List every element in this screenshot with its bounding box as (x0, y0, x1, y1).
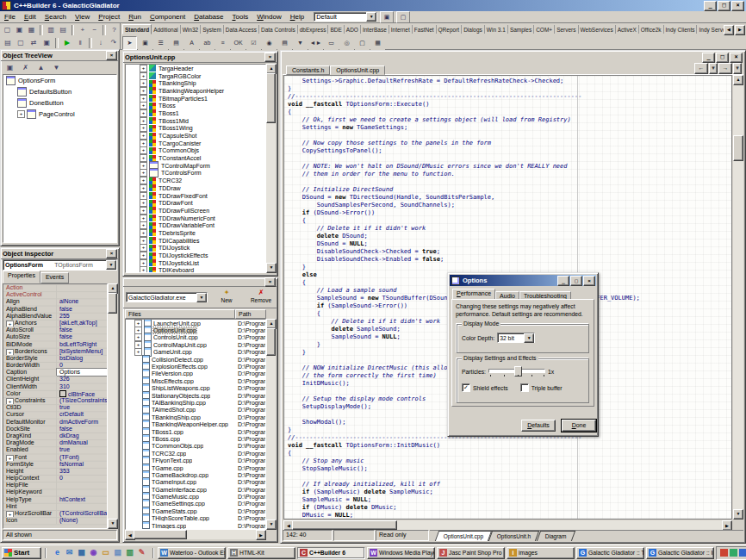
class-item-tconstantaccel[interactable]: +TConstantAccel (126, 154, 265, 162)
expand-icon[interactable]: + (140, 72, 147, 80)
scrollbar-thumb[interactable] (108, 293, 117, 314)
chart-icon[interactable]: ▥ (124, 547, 135, 558)
close-icon[interactable]: × (106, 51, 117, 60)
expand-icon[interactable]: + (140, 132, 147, 140)
list-box-component-icon[interactable]: ▤ (277, 36, 292, 50)
project-list-hscrollbar[interactable]: ◀ ▶ (125, 530, 266, 539)
property-row-dragmode[interactable]: DragModedmManual (3, 439, 107, 446)
class-item-tddrawfixedfont[interactable]: +TDDrawFixedFont (126, 192, 265, 200)
scrollbar-thumb[interactable] (266, 73, 276, 123)
expand-icon[interactable]: + (140, 154, 147, 162)
paint-icon[interactable]: ✎ (136, 547, 147, 558)
class-item-tddrawvariablefont[interactable]: +TDDrawVariableFont (126, 221, 265, 229)
menu-view[interactable]: View (71, 12, 94, 22)
check-box-component-icon[interactable]: ☑ (246, 36, 261, 50)
scroll-down-icon[interactable]: ▼ (108, 519, 118, 529)
property-value[interactable]: (TFont) (57, 454, 107, 461)
expand-icon[interactable]: + (6, 349, 14, 355)
property-row-height[interactable]: Height353 (3, 468, 107, 475)
remove-file-from-project-icon[interactable]: − (89, 23, 100, 36)
expand-icon[interactable]: + (140, 259, 147, 267)
save-all-icon[interactable]: ▥ (46, 23, 57, 36)
object-treeview-caption[interactable]: Object TreeView × (1, 50, 119, 61)
palette-tab-bde[interactable]: BDE (328, 25, 344, 34)
property-value[interactable]: Options (57, 369, 107, 376)
checkbox-icon[interactable] (520, 383, 529, 392)
property-value[interactable]: 0 (57, 475, 107, 482)
editor-titlebar[interactable]: _ □ × (283, 53, 743, 63)
expand-icon[interactable]: + (140, 65, 147, 72)
display-tray-icon[interactable] (720, 549, 728, 557)
task-button-waterloo-outlook-ex[interactable]: WWaterloo - Outlook Ex... (158, 547, 226, 559)
tree-item-optionsform[interactable]: OptionsForm (3, 75, 116, 86)
expand-icon[interactable]: + (6, 511, 14, 517)
property-row-dragkind[interactable]: DragKinddkDrag (3, 432, 107, 439)
task-button-c-builder-6[interactable]: CC++Builder 6 (297, 547, 365, 559)
tree-item-pagecontrol[interactable]: +PageControl (3, 109, 116, 120)
menu-run[interactable]: Run (124, 12, 146, 22)
property-value[interactable] (57, 488, 107, 495)
open-project-icon[interactable]: ▤ (58, 23, 69, 36)
palette-tab-win32[interactable]: Win32 (181, 25, 201, 34)
back-dropdown-icon[interactable]: ▾ (709, 63, 718, 74)
expand-icon[interactable]: + (6, 398, 14, 404)
palette-tab-com[interactable]: COM+ (534, 25, 555, 34)
class-item-tcapsuleshot[interactable]: +TCapsuleShot (126, 132, 265, 140)
property-row-icon[interactable]: Icon(None) (3, 517, 107, 524)
close-button[interactable]: × (730, 53, 743, 63)
set-debug-desktop-icon[interactable]: ▢ (396, 11, 410, 23)
palette-tab-dialogs[interactable]: Dialogs (462, 25, 485, 34)
property-row-helpfile[interactable]: HelpFile (3, 482, 107, 488)
media-player-icon[interactable]: ◉ (88, 547, 99, 558)
show-desktop-icon[interactable]: ▦ (76, 547, 87, 558)
class-item-tcommonobjs[interactable]: +TCommonObjs (126, 147, 265, 155)
property-value[interactable] (57, 482, 107, 488)
inspector-tab-properties[interactable]: Properties (3, 271, 40, 283)
bottom-tab-diagram[interactable]: Diagram (536, 531, 575, 541)
property-value[interactable]: (TControlScrollBar) (57, 510, 107, 517)
project-manager-caption[interactable]: × (123, 278, 277, 287)
network-tray-icon[interactable] (730, 549, 737, 557)
property-value[interactable]: htContext (57, 496, 107, 503)
palette-tab-data-controls[interactable]: Data Controls (259, 25, 298, 34)
object-tree[interactable]: OptionsFormDefaultsButtonDoneButton+Page… (3, 74, 117, 243)
property-value[interactable]: 255 (57, 313, 107, 320)
property-row-ctl3d[interactable]: Ctl3Dtrue (3, 404, 107, 411)
open-icon[interactable]: ▣ (14, 23, 25, 36)
property-row-font[interactable]: +Font(TFont) (3, 454, 107, 461)
window-titlebar[interactable]: C++Builder 6 - GalacticGladiator _ □ × (0, 0, 746, 11)
class-item-tboss1wing[interactable]: +TBoss1Wing (126, 125, 265, 133)
minimize-button[interactable]: _ (702, 53, 715, 63)
expand-icon[interactable]: + (140, 169, 147, 177)
property-value[interactable]: 326 (57, 376, 107, 383)
outlook-express-icon[interactable]: ✉ (64, 547, 75, 558)
inspector-tab-events[interactable]: Events (40, 272, 69, 283)
scrollbar-thumb[interactable] (134, 530, 187, 539)
property-row-helpkeyword[interactable]: HelpKeyword (3, 488, 107, 495)
property-row-color[interactable]: ColorclBtnFace (3, 390, 107, 397)
particles-trackbar[interactable] (488, 366, 545, 376)
property-value[interactable] (57, 291, 107, 298)
expand-icon[interactable]: + (140, 117, 147, 125)
expand-icon[interactable]: + (140, 215, 147, 222)
class-item-tdijoysticklist[interactable]: +TDIJoystickList (126, 259, 265, 267)
pause-icon[interactable]: ‖ (74, 36, 86, 49)
expand-icon[interactable]: + (140, 177, 147, 184)
close-icon[interactable]: × (106, 249, 117, 258)
group-box-component-icon[interactable]: ▭ (324, 36, 339, 50)
popup-menu-component-icon[interactable]: ▤ (169, 36, 183, 50)
property-value[interactable]: (TSizeConstraints) (57, 397, 107, 404)
palette-tab-system[interactable]: System (201, 25, 224, 34)
memo-component-icon[interactable]: ≡ (215, 36, 230, 50)
view-unit-icon[interactable]: ▤ (2, 36, 14, 49)
palette-tab-indy-clients[interactable]: Indy Clients (664, 25, 698, 34)
task-button-images[interactable]: iimages (507, 547, 575, 559)
property-value[interactable]: true (57, 446, 107, 453)
class-item-tdebrissprite[interactable]: +TDebrisSprite (126, 229, 265, 237)
class-item-tcontrolmapform[interactable]: +TControlMapForm (126, 162, 265, 170)
property-value[interactable]: (None) (57, 517, 107, 524)
property-value[interactable]: false (57, 333, 107, 340)
radio-button-component-icon[interactable]: ◉ (262, 36, 277, 50)
remove-button[interactable]: ✗Remove (246, 288, 277, 307)
minimize-button[interactable]: _ (557, 276, 569, 286)
